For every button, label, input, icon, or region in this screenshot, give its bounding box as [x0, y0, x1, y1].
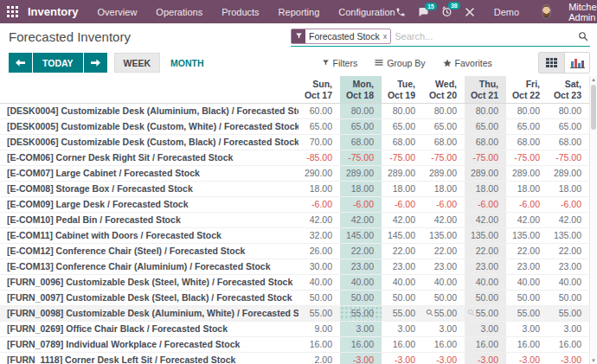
- grid-cell[interactable]: 80.00: [382, 104, 423, 118]
- grid-cell[interactable]: -6.00: [506, 197, 548, 212]
- grid-cell[interactable]: 16.00: [423, 337, 465, 352]
- grid-cell[interactable]: 60.00: [298, 104, 340, 118]
- grid-cell[interactable]: 68.00: [548, 135, 589, 150]
- vertical-scrollbar[interactable]: ▲ ▼: [589, 76, 597, 364]
- grid-cell[interactable]: -75.00: [423, 150, 465, 165]
- grid-cell[interactable]: 68.00: [382, 135, 423, 150]
- grid-cell[interactable]: 65.00: [340, 119, 382, 134]
- developer-tools-icon[interactable]: [465, 7, 475, 17]
- grid-cell[interactable]: 42.00: [298, 213, 340, 227]
- cell-magnifier-icon[interactable]: [426, 309, 433, 316]
- cell-magnifier-icon[interactable]: [467, 309, 475, 316]
- grid-cell[interactable]: 42.00: [340, 213, 382, 227]
- grid-row-label[interactable]: [E-COM10] Pedal Bin / Forecasted Stock: [0, 213, 298, 227]
- grid-cell[interactable]: 40.00: [382, 275, 423, 290]
- grid-cell[interactable]: 18.00: [506, 182, 548, 196]
- grid-cell[interactable]: 42.00: [548, 213, 589, 227]
- grid-cell[interactable]: 40.00: [506, 275, 548, 290]
- grid-cell[interactable]: -75.00: [382, 150, 423, 165]
- avatar[interactable]: [542, 4, 551, 19]
- grid-cell[interactable]: -3.00: [465, 353, 506, 364]
- grid-row[interactable]: [FURN_0269] Office Chair Black / Forecas…: [0, 322, 597, 337]
- grid-cell[interactable]: 68.00: [465, 135, 506, 150]
- grid-cell[interactable]: -6.00: [548, 197, 589, 212]
- grid-cell[interactable]: 32.00: [298, 228, 340, 243]
- topbar-menu-configuration[interactable]: Configuration: [338, 7, 395, 17]
- grid-row[interactable]: [E-COM13] Conference Chair (Aluminium) /…: [0, 259, 597, 275]
- grid-cell[interactable]: 80.00: [340, 104, 382, 118]
- grid-cell[interactable]: 18.00: [340, 182, 382, 196]
- grid-cell[interactable]: 18.00: [465, 182, 506, 196]
- grid-cell[interactable]: 289.00: [548, 166, 589, 181]
- column-header-oct-17[interactable]: Sun,Oct 17: [298, 76, 340, 103]
- search-facet[interactable]: Forecasted Stock x: [291, 29, 391, 44]
- grid-row-label[interactable]: [FURN_0789] Individual Workplace / Forec…: [0, 337, 298, 352]
- grid-row-label[interactable]: [E-COM13] Conference Chair (Aluminium) /…: [0, 259, 298, 274]
- grid-cell[interactable]: -75.00: [548, 150, 589, 165]
- grid-cell[interactable]: 40.00: [423, 275, 465, 290]
- search-icon[interactable]: [578, 31, 590, 42]
- grid-cell[interactable]: -6.00: [423, 197, 465, 212]
- previous-week-button[interactable]: [9, 53, 32, 73]
- grid-cell[interactable]: 50.00: [340, 291, 382, 305]
- grid-cell[interactable]: 26.00: [298, 244, 340, 259]
- grid-cell[interactable]: 135.00: [465, 228, 506, 243]
- phone-icon[interactable]: [395, 7, 406, 17]
- grid-cell[interactable]: 18.00: [298, 182, 340, 196]
- company-switcher[interactable]: Demo: [494, 7, 519, 17]
- grid-cell[interactable]: 50.00: [506, 291, 548, 305]
- scroll-up-icon[interactable]: ▲: [590, 77, 597, 82]
- grid-row[interactable]: [E-COM07] Large Cabinet / Forecasted Sto…: [0, 166, 597, 182]
- grid-cell[interactable]: 22.00: [382, 244, 423, 259]
- user-menu[interactable]: Mitchell Admin: [568, 2, 597, 22]
- grid-row-label[interactable]: [E-COM09] Large Desk / Forecasted Stock: [0, 197, 298, 212]
- grid-cell[interactable]: -85.00: [298, 150, 340, 165]
- grid-row-label[interactable]: [DESK0004] Customizable Desk (Aluminium,…: [0, 104, 298, 118]
- grid-cell[interactable]: 22.00: [506, 244, 548, 259]
- filters-menu[interactable]: Filters: [322, 58, 358, 68]
- grid-row-label[interactable]: [E-COM11] Cabinet with Doors / Forecaste…: [0, 228, 298, 243]
- grid-cell[interactable]: 3.00: [423, 322, 465, 336]
- app-name[interactable]: Inventory: [28, 5, 79, 18]
- column-header-oct-22[interactable]: Fri,Oct 22: [506, 76, 548, 103]
- grid-row[interactable]: [E-COM09] Large Desk / Forecasted Stock-…: [0, 197, 597, 213]
- grid-cell[interactable]: 80.00: [548, 104, 589, 118]
- grid-cell[interactable]: 68.00: [506, 135, 548, 150]
- grid-cell[interactable]: 145.00: [382, 228, 423, 243]
- grid-view-button[interactable]: [539, 53, 564, 73]
- grid-cell[interactable]: 2.00: [298, 353, 340, 364]
- grid-row[interactable]: [E-COM12] Conference Chair (Steel) / For…: [0, 244, 597, 259]
- messages-icon[interactable]: 15: [418, 7, 429, 17]
- grid-cell[interactable]: 289.00: [340, 166, 382, 181]
- week-button[interactable]: WEEK: [114, 53, 161, 73]
- grid-cell[interactable]: 40.00: [548, 275, 589, 290]
- groupby-menu[interactable]: Group By: [375, 58, 425, 68]
- grid-cell[interactable]: 65.00: [548, 119, 589, 134]
- grid-cell[interactable]: 80.00: [506, 104, 548, 118]
- activities-icon[interactable]: 38: [441, 6, 453, 17]
- grid-row[interactable]: [FURN_1118] Corner Desk Left Sit / Forec…: [0, 353, 597, 364]
- grid-cell[interactable]: 68.00: [340, 135, 382, 150]
- grid-cell[interactable]: 22.00: [465, 244, 506, 259]
- grid-row[interactable]: [FURN_0097] Customizable Desk (Steel, Bl…: [0, 291, 597, 306]
- grid-cell[interactable]: -6.00: [382, 197, 423, 212]
- grid-cell[interactable]: 40.00: [465, 275, 506, 290]
- search-input[interactable]: [395, 31, 578, 42]
- scrollbar-thumb[interactable]: [591, 85, 596, 130]
- grid-row-label[interactable]: [FURN_0098] Customizable Desk (Aluminium…: [0, 306, 298, 321]
- grid-cell[interactable]: 3.00: [382, 322, 423, 336]
- grid-cell[interactable]: 80.00: [423, 104, 465, 118]
- apps-menu-icon[interactable]: [7, 6, 19, 18]
- grid-cell[interactable]: 55.00: [298, 306, 340, 321]
- grid-row[interactable]: [DESK0005] Customizable Desk (Custom, Wh…: [0, 119, 597, 135]
- grid-row[interactable]: [E-COM10] Pedal Bin / Forecasted Stock42…: [0, 213, 597, 228]
- grid-cell[interactable]: 55.00: [465, 306, 506, 321]
- grid-row-label[interactable]: [E-COM07] Large Cabinet / Forecasted Sto…: [0, 166, 298, 181]
- grid-cell[interactable]: 22.00: [340, 244, 382, 259]
- grid-row[interactable]: [FURN_0098] Customizable Desk (Aluminium…: [0, 306, 597, 322]
- graph-view-button[interactable]: [564, 53, 589, 73]
- grid-row-label[interactable]: [E-COM08] Storage Box / Forecasted Stock: [0, 182, 298, 196]
- column-header-oct-20[interactable]: Wed,Oct 20: [423, 76, 465, 103]
- grid-cell[interactable]: 18.00: [382, 182, 423, 196]
- favorites-menu[interactable]: Favorites: [443, 58, 492, 68]
